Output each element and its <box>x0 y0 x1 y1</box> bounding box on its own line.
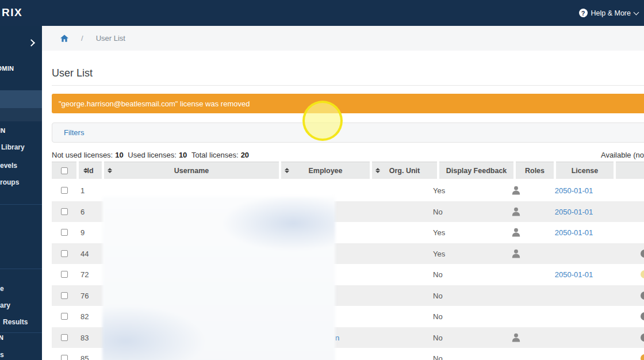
not-used-licenses-value: 10 <box>115 151 123 159</box>
sidebar-item-ary[interactable]: ary <box>0 301 10 309</box>
user-id: 72 <box>80 270 89 279</box>
edge-action-dot-icon[interactable] <box>641 334 644 342</box>
used-licenses-label: Used licenses: <box>128 151 177 159</box>
column-header-username[interactable]: Username <box>104 162 279 179</box>
content: User List "george.harrison@beatlesmail.c… <box>42 67 644 360</box>
sidebar-divider <box>0 269 42 269</box>
used-licenses-value: 10 <box>179 151 187 159</box>
display-feedback-value: Yes <box>433 250 445 258</box>
user-id: 1 <box>80 186 85 195</box>
column-header-label: Display Feedback <box>446 167 507 175</box>
sidebar-section-admin: DMIN <box>0 65 14 72</box>
display-feedback-value: No <box>433 270 443 279</box>
user-id: 76 <box>80 292 89 300</box>
user-id: 9 <box>80 228 85 237</box>
sidebar-item-library[interactable]: Library <box>1 143 25 151</box>
total-licenses-value: 20 <box>241 151 249 159</box>
sidebar-item-selected[interactable] <box>0 90 42 108</box>
column-header-label: Username <box>174 167 209 175</box>
row-checkbox[interactable] <box>61 355 68 360</box>
display-feedback-value: No <box>433 208 443 216</box>
breadcrumb-separator: / <box>81 34 83 43</box>
row-checkbox[interactable] <box>61 292 68 299</box>
select-all-checkbox[interactable] <box>61 167 68 174</box>
edge-action-dot-icon[interactable] <box>641 354 644 360</box>
license-date-link[interactable]: 2050-01-01 <box>551 270 597 279</box>
user-id: 82 <box>80 312 89 321</box>
sidebar-nav: DMIN IN Library evels roups e ary Result… <box>0 26 42 360</box>
sidebar-item-results[interactable]: Results <box>3 318 28 326</box>
sidebar-expand-chevron-icon[interactable] <box>28 39 35 47</box>
user-id: 83 <box>80 334 89 342</box>
column-header-org-unit[interactable]: Org. Unit <box>372 162 437 179</box>
main-area: / User List User List "george.harrison@b… <box>42 26 644 360</box>
column-header-id[interactable]: Id <box>79 162 102 179</box>
license-date-link[interactable]: 2050-01-01 <box>551 186 597 195</box>
column-header-label: Employee <box>308 167 342 175</box>
display-feedback-value: No <box>433 334 443 342</box>
user-table-header: IdUsernameEmployeeOrg. UnitDisplay Feedb… <box>52 162 644 179</box>
filters-panel: Filters <box>52 122 644 143</box>
sidebar-divider <box>0 204 42 205</box>
column-header-roles[interactable]: Roles <box>516 162 554 179</box>
sort-icon[interactable] <box>108 167 112 174</box>
license-date-link[interactable]: 2050-01-01 <box>551 208 597 216</box>
column-header-label: Id <box>87 167 93 175</box>
display-feedback-value: No <box>433 354 443 360</box>
sidebar-section-n: N <box>0 334 3 341</box>
user-id: 85 <box>80 354 89 360</box>
role-person-icon <box>512 207 520 219</box>
sidebar-item-groups[interactable]: roups <box>0 178 19 186</box>
row-checkbox[interactable] <box>61 271 68 278</box>
column-header-label: License <box>572 167 599 175</box>
page-title: User List <box>52 67 644 79</box>
click-highlight-circle <box>302 101 343 141</box>
role-person-icon <box>512 249 520 261</box>
license-counts: Not used licenses:10 Used licenses:10 To… <box>52 151 249 159</box>
available-licenses-fragment: Available (not u <box>601 151 644 159</box>
sidebar-divider <box>0 332 42 333</box>
row-checkbox[interactable] <box>61 229 68 236</box>
display-feedback-value: No <box>433 312 443 321</box>
license-date-link[interactable]: 2050-01-01 <box>551 228 597 237</box>
sidebar-item-band[interactable] <box>0 108 42 121</box>
banner-message: "george.harrison@beatlesmail.com" licens… <box>59 99 250 108</box>
column-header-display-feedback[interactable]: Display Feedback <box>439 162 513 179</box>
filters-toggle-link[interactable]: Filters <box>64 128 84 137</box>
column-header-actions[interactable] <box>616 162 644 179</box>
not-used-licenses-label: Not used licenses: <box>52 151 113 159</box>
edge-action-dot-icon[interactable] <box>641 270 644 278</box>
edge-action-dot-icon[interactable] <box>641 312 644 320</box>
column-header-employee[interactable]: Employee <box>281 162 370 179</box>
help-menu-label: Help & More <box>591 9 631 17</box>
column-header-select-all[interactable] <box>52 162 76 179</box>
privacy-blur-overlay <box>102 197 335 360</box>
user-id: 6 <box>80 208 85 216</box>
sort-icon[interactable] <box>285 167 289 174</box>
sidebar-item-e[interactable]: e <box>0 285 4 293</box>
brand-logo[interactable]: RIX <box>2 6 22 19</box>
row-checkbox[interactable] <box>61 208 68 215</box>
home-icon[interactable] <box>60 35 68 42</box>
top-bar: RIX ? Help & More <box>0 0 644 26</box>
row-checkbox[interactable] <box>61 187 68 194</box>
sort-icon[interactable] <box>375 167 380 174</box>
column-header-label: Roles <box>525 167 545 175</box>
sidebar-item-s[interactable]: s <box>0 351 4 359</box>
column-header-label: Org. Unit <box>389 167 420 175</box>
column-header-license[interactable]: License <box>556 162 614 179</box>
row-checkbox[interactable] <box>61 250 68 257</box>
sidebar-item-levels[interactable]: evels <box>0 162 17 170</box>
edge-action-dot-icon[interactable] <box>641 250 644 258</box>
display-feedback-value: No <box>433 292 443 300</box>
user-id: 44 <box>80 250 89 258</box>
license-summary: Not used licenses:10 Used licenses:10 To… <box>52 151 644 160</box>
sidebar-section-main: IN <box>0 127 6 134</box>
help-and-more-menu[interactable]: ? Help & More <box>579 0 638 26</box>
username-link-tail[interactable]: n <box>335 334 339 342</box>
row-checkbox[interactable] <box>61 334 68 341</box>
row-checkbox[interactable] <box>61 313 68 320</box>
display-feedback-value: Yes <box>433 186 445 195</box>
edge-action-dot-icon[interactable] <box>641 292 644 300</box>
sort-icon[interactable] <box>83 167 88 174</box>
